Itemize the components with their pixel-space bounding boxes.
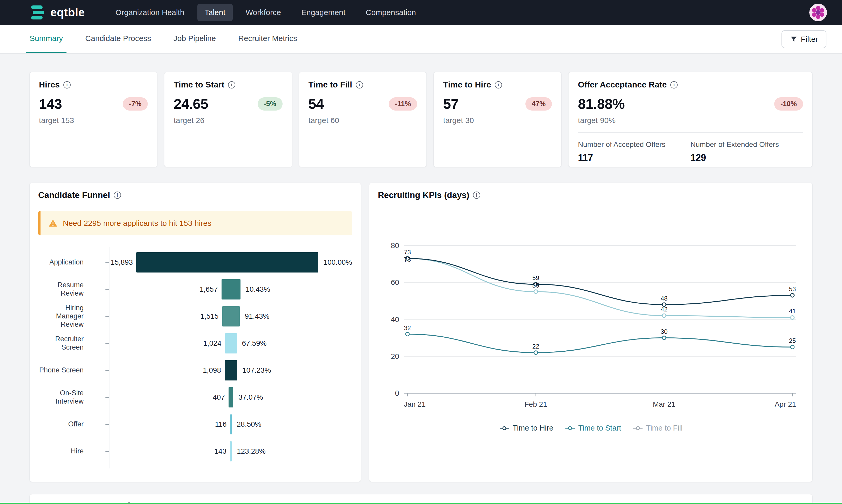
info-icon[interactable]: i xyxy=(228,81,235,89)
funnel-value: 116 xyxy=(215,420,230,429)
funnel-percent: 91.43% xyxy=(240,312,352,321)
funnel-row: Offer11628.50% xyxy=(38,411,352,438)
card-title-row: Hiresi xyxy=(39,80,148,90)
info-icon[interactable]: i xyxy=(473,192,480,199)
warning-icon xyxy=(48,219,58,227)
tab-job-pipeline[interactable]: Job Pipeline xyxy=(170,25,220,53)
legend-item-time-to-hire[interactable]: Time to Hire xyxy=(499,424,554,432)
svg-text:22: 22 xyxy=(532,343,540,350)
offer-sub-metrics: Number of Accepted Offers 117 Number of … xyxy=(578,140,803,163)
svg-text:60: 60 xyxy=(391,278,399,287)
top-navbar: eqtble Organization HealthTalentWorkforc… xyxy=(0,0,842,25)
kpi-value: 143 xyxy=(39,96,62,112)
svg-text:Mar 21: Mar 21 xyxy=(653,400,675,408)
kpi-card-time-to-fill: Time to Filli54-11%target 60 xyxy=(299,72,427,167)
secondary-tabbar: SummaryCandidate ProcessJob PipelineRecr… xyxy=(0,25,842,54)
tab-summary[interactable]: Summary xyxy=(26,25,67,53)
svg-text:32: 32 xyxy=(404,324,411,331)
funnel-stage-label: On-Site Interview xyxy=(38,389,84,406)
funnel-bar[interactable] xyxy=(136,252,318,272)
info-icon[interactable]: i xyxy=(63,81,71,89)
kpi-title: Time to Fill xyxy=(309,80,352,90)
axis-tick xyxy=(84,249,110,276)
value-row: 81.88% -10% xyxy=(578,96,803,112)
axis-tick xyxy=(84,384,110,411)
svg-text:59: 59 xyxy=(532,274,540,281)
funnel-row-chart: 143123.28% xyxy=(110,438,352,465)
funnel-row: Resume Review1,65710.43% xyxy=(38,276,352,303)
funnel-value: 407 xyxy=(213,393,229,401)
avatar-icon xyxy=(809,4,827,21)
axis-tick xyxy=(84,438,110,465)
brand[interactable]: eqtble xyxy=(29,4,85,20)
card-title-row: Time to Filli xyxy=(309,80,417,90)
svg-text:25: 25 xyxy=(789,337,796,344)
info-icon[interactable]: i xyxy=(356,81,363,89)
svg-text:Apr 21: Apr 21 xyxy=(775,400,796,408)
svg-text:53: 53 xyxy=(789,286,796,292)
nav-item-engagement[interactable]: Engagement xyxy=(294,4,353,21)
kpi-change-badge: -11% xyxy=(389,97,417,111)
funnel-row-chart: 1,65710.43% xyxy=(110,276,352,303)
card-title-row: Recruiting KPIs (days) i xyxy=(378,190,804,200)
svg-text:0: 0 xyxy=(395,389,399,397)
funnel-stage-label: Hiring Manager Review xyxy=(38,304,84,329)
kpi-target: target 60 xyxy=(309,116,417,125)
charts-row: Candidate Funnel i Need 2295 more applic… xyxy=(29,183,813,482)
value-row: 54-11% xyxy=(309,96,417,112)
kpi-target: target 90% xyxy=(578,116,803,125)
kpi-title: Time to Hire xyxy=(443,80,491,90)
funnel-bar[interactable] xyxy=(222,306,240,326)
funnel-row: Hire143123.28% xyxy=(38,438,352,465)
kpi-target: target 26 xyxy=(174,116,283,125)
funnel-bar[interactable] xyxy=(225,333,237,354)
kpi-line-chart[interactable]: 020406080Jan 21Feb 21Mar 21Apr 217373325… xyxy=(378,227,804,416)
funnel-chart[interactable]: Application15,893100.00%Resume Review1,6… xyxy=(38,249,352,465)
funnel-row: On-Site Interview40737.07% xyxy=(38,384,352,411)
info-icon[interactable]: i xyxy=(495,81,502,89)
funnel-row-chart: 11628.50% xyxy=(110,411,352,438)
funnel-bar[interactable] xyxy=(229,387,233,408)
funnel-stage-label: Application xyxy=(38,258,84,267)
legend-item-time-to-fill[interactable]: Time to Fill xyxy=(633,424,683,432)
nav-item-compensation[interactable]: Compensation xyxy=(358,4,423,21)
svg-text:41: 41 xyxy=(789,308,796,314)
nav-item-organization-health[interactable]: Organization Health xyxy=(108,4,192,21)
warning-banner: Need 2295 more applicants to hit 153 hir… xyxy=(38,211,352,235)
funnel-bar[interactable] xyxy=(225,360,237,380)
kpi-change-badge: 47% xyxy=(525,97,552,111)
kpi-value: 57 xyxy=(443,96,458,112)
user-avatar[interactable] xyxy=(809,4,827,21)
nav-item-talent[interactable]: Talent xyxy=(197,4,233,21)
card-title-row: Time to Hirei xyxy=(443,80,552,90)
kpi-change-badge: -7% xyxy=(123,97,148,111)
info-icon[interactable]: i xyxy=(114,192,121,199)
kpi-change-badge: -5% xyxy=(258,97,283,111)
funnel-percent: 123.28% xyxy=(232,447,352,455)
funnel-row-chart: 1,098107.23% xyxy=(110,357,352,384)
filter-button[interactable]: Filter xyxy=(782,30,826,48)
info-icon[interactable]: i xyxy=(670,81,678,89)
funnel-stage-label: Phone Screen xyxy=(38,366,84,375)
sub-metric-label: Number of Accepted Offers xyxy=(578,140,690,149)
legend-label: Time to Start xyxy=(578,424,621,432)
funnel-stage-label: Hire xyxy=(38,447,84,455)
axis-tick xyxy=(84,411,110,438)
funnel-row-chart: 15,893100.00% xyxy=(110,249,352,276)
tab-recruiter-metrics[interactable]: Recruiter Metrics xyxy=(234,25,301,53)
funnel-bar[interactable] xyxy=(222,279,241,300)
tab-candidate-process[interactable]: Candidate Process xyxy=(82,25,155,53)
section-title: Candidate Funnel xyxy=(38,190,110,200)
funnel-row: Recruiter Screen1,02467.59% xyxy=(38,330,352,357)
card-title-row: Offer Acceptance Rate i xyxy=(578,80,803,90)
svg-text:55: 55 xyxy=(532,282,540,289)
funnel-stage-label: Recruiter Screen xyxy=(38,335,84,352)
legend-item-time-to-start[interactable]: Time to Start xyxy=(565,424,621,432)
chart-legend: Time to Hire Time to Start Time to Fill xyxy=(378,424,804,432)
value-row: 5747% xyxy=(443,96,552,112)
nav-item-workforce[interactable]: Workforce xyxy=(239,4,288,21)
card-title-row: Time to Starti xyxy=(174,80,283,90)
brand-name: eqtble xyxy=(50,6,85,19)
svg-text:73: 73 xyxy=(404,249,411,256)
svg-text:30: 30 xyxy=(661,328,668,335)
